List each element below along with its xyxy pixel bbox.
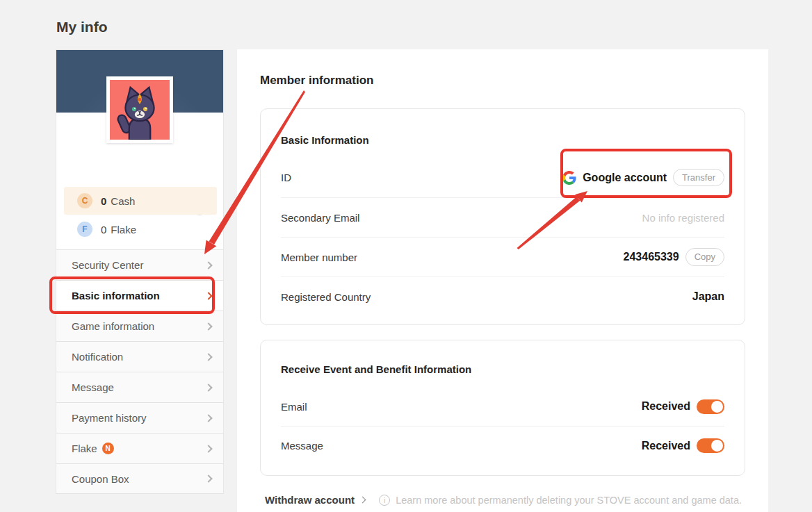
email-label: Email: [281, 401, 307, 413]
email-benefit-row: Email Received: [281, 387, 724, 426]
member-information-panel: Member information Basic Information ID …: [237, 49, 768, 512]
menu-label: Security Center: [72, 259, 143, 271]
chevron-right-icon: [204, 261, 212, 269]
chevron-right-icon: [204, 445, 212, 452]
chevron-right-icon: [359, 497, 366, 504]
avatar: [106, 76, 173, 143]
id-label: ID: [281, 172, 291, 183]
chevron-right-icon: [204, 414, 212, 422]
copy-button[interactable]: Copy: [685, 248, 724, 266]
toggle-knob: [711, 401, 723, 413]
card-title: Basic Information: [261, 109, 745, 158]
flake-icon: F: [77, 222, 92, 237]
flake-amount: 0: [101, 224, 106, 236]
cash-amount: 0: [101, 195, 106, 207]
secondary-email-value: No info registered: [642, 212, 724, 224]
sidebar-item-notification[interactable]: Notification: [56, 341, 223, 372]
sidebar-item-basic-information[interactable]: Basic information: [56, 280, 223, 311]
id-row: ID Google account Transfer: [281, 158, 724, 197]
section-heading: Member information: [260, 74, 373, 88]
sidebar-item-security-center[interactable]: Security Center: [56, 249, 223, 280]
secondary-email-row: Secondary Email No info registered: [281, 197, 724, 237]
cash-label: Cash: [111, 195, 135, 207]
cash-balance-row[interactable]: C 0 Cash: [64, 187, 217, 215]
secondary-email-label: Secondary Email: [281, 212, 359, 224]
toggle-knob: [711, 440, 723, 452]
chevron-right-icon: [204, 292, 212, 299]
member-number-label: Member number: [281, 251, 357, 263]
id-provider: Google account: [583, 172, 667, 184]
cat-avatar-illustration: [110, 80, 170, 140]
registered-country-row: Registered Country Japan: [281, 276, 724, 316]
card-title: Receive Event and Benefit Information: [261, 340, 745, 387]
email-status: Received: [642, 400, 690, 413]
withdraw-info-text: i Learn more about permanently deleting …: [379, 495, 746, 506]
sidebar-menu: Security Center Basic information Game i…: [56, 249, 223, 494]
flake-label: Flake: [111, 224, 136, 236]
menu-label: Message: [72, 381, 114, 393]
new-badge: N: [102, 443, 114, 454]
chevron-right-icon: [204, 383, 212, 391]
profile-sidebar: S1761105473540111 ⚙ C 0 Cash F 0 Flake S…: [56, 49, 224, 494]
member-number-value: 243465339: [624, 251, 679, 263]
menu-label: Game information: [72, 320, 154, 332]
menu-label: Basic information: [72, 290, 160, 302]
chevron-right-icon: [204, 474, 212, 482]
info-icon: i: [379, 495, 390, 506]
flake-balance-row[interactable]: F 0 Flake: [64, 217, 217, 242]
menu-label: Payment history: [72, 412, 147, 424]
menu-label: Notification: [72, 351, 123, 363]
registered-country-label: Registered Country: [281, 291, 371, 303]
message-label: Message: [281, 440, 323, 452]
google-icon: [562, 171, 576, 185]
sidebar-item-coupon-box[interactable]: Coupon Box: [56, 463, 223, 494]
message-status: Received: [642, 440, 690, 452]
benefit-information-card: Receive Event and Benefit Information Em…: [260, 340, 745, 476]
cash-icon: C: [77, 193, 92, 208]
withdraw-account-link[interactable]: Withdraw account: [265, 494, 365, 506]
chevron-right-icon: [204, 353, 212, 361]
message-toggle[interactable]: [697, 438, 724, 453]
member-number-row: Member number 243465339 Copy: [281, 237, 724, 276]
withdraw-account-row: Withdraw account i Learn more about perm…: [265, 494, 746, 506]
message-benefit-row: Message Received: [281, 426, 724, 465]
menu-label: Flake: [72, 443, 97, 454]
menu-label: Coupon Box: [72, 473, 129, 485]
email-toggle[interactable]: [697, 399, 724, 414]
withdraw-info-message: Learn more about permanently deleting yo…: [396, 495, 742, 506]
chevron-right-icon: [204, 322, 212, 330]
transfer-button[interactable]: Transfer: [673, 169, 724, 187]
basic-information-card: Basic Information ID Google account Tran…: [260, 108, 745, 325]
withdraw-account-label: Withdraw account: [265, 494, 355, 506]
sidebar-item-payment-history[interactable]: Payment history: [56, 402, 223, 433]
page-title: My info: [56, 19, 108, 35]
sidebar-item-game-information[interactable]: Game information: [56, 311, 223, 341]
registered-country-value: Japan: [692, 290, 724, 303]
sidebar-item-flake[interactable]: Flake N: [56, 433, 223, 463]
sidebar-item-message[interactable]: Message: [56, 372, 223, 402]
